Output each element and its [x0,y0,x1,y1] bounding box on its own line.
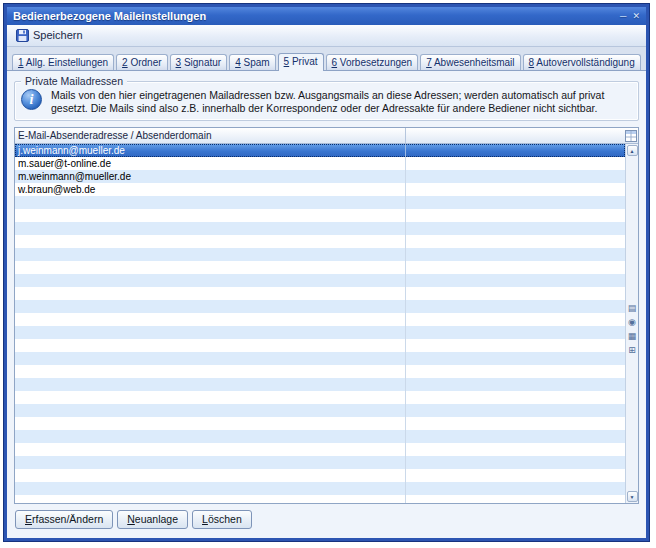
titlebar: Bedienerbezogene Maileinstellungen ─ ✕ [7,7,646,25]
table-row[interactable] [15,222,625,235]
column-header-empty[interactable] [406,128,624,143]
table-row[interactable] [15,261,625,274]
scroll-up-icon[interactable]: ▲ [627,145,638,156]
table-row[interactable]: j.weinmann@mueller.de [15,144,625,157]
table-row[interactable] [15,196,625,209]
table-row[interactable] [15,443,625,456]
search-icon[interactable]: ◉ [627,316,638,327]
table-row[interactable] [15,482,625,495]
table-row[interactable] [15,209,625,222]
table-row[interactable] [15,391,625,404]
table-row[interactable] [15,352,625,365]
window-title: Bedienerbezogene Maileinstellungen [13,10,206,22]
table-row[interactable]: m.sauer@t-online.de [15,157,625,170]
info-text: Mails von den hier eingetragenen Mailadr… [51,89,604,115]
info-text-line1: Mails von den hier eingetragenen Mailadr… [51,89,604,102]
tab-autovervollstaendigung[interactable]: 8 Autovervollständigung [523,54,641,70]
loeschen-button[interactable]: Löschen [192,510,252,529]
tab-abwesenheitsmail[interactable]: 7 Abwesenheitsmail [420,54,520,70]
table-row[interactable] [15,469,625,482]
minimize-icon[interactable]: ─ [620,12,626,21]
table-row[interactable] [15,378,625,391]
table-row[interactable] [15,287,625,300]
rail-icon-cluster: ▤◉▦⊞ [627,302,638,355]
table-row[interactable] [15,430,625,443]
tab-vorbesetzungen[interactable]: 6 Vorbesetzungen [326,54,419,70]
save-button-label: Speichern [33,29,83,41]
mail-address-table: E-Mail-Absenderadresse / Absenderdomain … [14,127,639,504]
table-row[interactable] [15,235,625,248]
action-button-row: Erfassen/Ändern Neuanlage Löschen [7,504,646,538]
grid-export-icon[interactable]: ▦ [627,330,638,341]
tab-privat[interactable]: 5 Privat [278,53,324,71]
table-row[interactable] [15,274,625,287]
toolbar: Speichern [7,25,646,47]
column-header-absenderadresse[interactable]: E-Mail-Absenderadresse / Absenderdomain [15,128,406,143]
save-button[interactable]: Speichern [11,27,91,45]
table-row[interactable]: m.weinmann@mueller.de [15,170,625,183]
table-row[interactable] [15,417,625,430]
tab-signatur[interactable]: 3 Signatur [170,54,228,70]
table-body: j.weinmann@mueller.dem.sauer@t-online.de… [15,144,625,503]
scroll-down-icon[interactable]: ▼ [627,491,638,502]
groupbox-title: Private Mailadressen [21,75,127,87]
tab-allg-einstellungen[interactable]: 1 Allg. Einstellungen [12,54,114,70]
table-row[interactable] [15,404,625,417]
info-icon: i [21,89,42,110]
save-disk-icon [16,29,29,42]
table-row[interactable] [15,300,625,313]
column-chooser-icon[interactable] [624,130,638,142]
close-icon[interactable]: ✕ [632,12,640,21]
table-row[interactable]: w.braun@web.de [15,183,625,196]
table-row[interactable] [15,313,625,326]
tab-strip: 1 Allg. Einstellungen2 Ordner3 Signatur4… [7,47,646,71]
table-row[interactable] [15,365,625,378]
table-row[interactable] [15,326,625,339]
tab-ordner[interactable]: 2 Ordner [116,54,167,70]
table-side-rail: ▲ ▤◉▦⊞ ▼ [625,144,638,503]
table-row[interactable] [15,456,625,469]
neuanlage-button[interactable]: Neuanlage [117,510,188,529]
tab-spam[interactable]: 4 Spam [229,54,275,70]
private-mailadressen-groupbox: Private Mailadressen i Mails von den hie… [14,81,639,121]
table-row[interactable] [15,339,625,352]
screen: Bedienerbezogene Maileinstellungen ─ ✕ S… [0,0,656,548]
table-header-row: E-Mail-Absenderadresse / Absenderdomain [15,128,638,144]
window-controls: ─ ✕ [620,12,640,21]
table-row[interactable] [15,495,625,503]
dialog-window: Bedienerbezogene Maileinstellungen ─ ✕ S… [4,4,649,541]
list-columns-icon[interactable]: ▤ [627,302,638,313]
tab-page-privat: Private Mailadressen i Mails von den hie… [7,71,646,538]
erfassen-aendern-button[interactable]: Erfassen/Ändern [15,510,113,529]
info-text-line2: gesetzt. Die Mails sind also z.B. innerh… [51,102,604,115]
window-split-icon[interactable]: ⊞ [627,344,638,355]
table-row[interactable] [15,248,625,261]
